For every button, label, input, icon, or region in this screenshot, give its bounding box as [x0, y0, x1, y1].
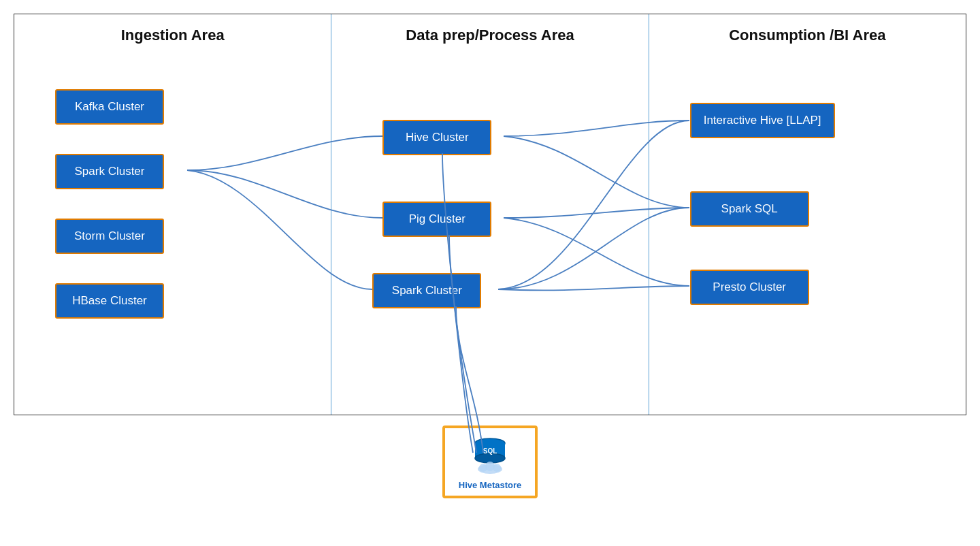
storm-cluster: Storm Cluster — [55, 219, 164, 254]
main-diagram: Ingestion Area Kafka Cluster Spark Clust… — [14, 14, 966, 415]
spark-cluster-dataprep: Spark Cluster — [372, 273, 481, 308]
ingestion-area: Ingestion Area Kafka Cluster Spark Clust… — [14, 14, 331, 415]
consumption-title: Consumption /BI Area — [649, 14, 966, 51]
hive-metastore-container: SQL Hive Metastore — [442, 425, 538, 498]
ingestion-title: Ingestion Area — [14, 14, 331, 51]
presto-cluster: Presto Cluster — [690, 270, 809, 305]
spark-sql-cluster: Spark SQL — [690, 191, 809, 227]
hbase-cluster: HBase Cluster — [55, 283, 164, 319]
hive-cluster: Hive Cluster — [382, 120, 491, 155]
consumption-area: Consumption /BI Area Interactive Hive [L… — [649, 14, 966, 415]
kafka-cluster: Kafka Cluster — [55, 89, 164, 125]
pig-cluster: Pig Cluster — [382, 202, 491, 237]
svg-point-2 — [475, 453, 505, 463]
dataprep-area: Data prep/Process Area Hive Cluster Pig … — [331, 14, 649, 415]
svg-point-7 — [493, 464, 501, 472]
interactive-hive-cluster: Interactive Hive [LLAP] — [690, 103, 835, 138]
hive-metastore-box: SQL Hive Metastore — [442, 425, 538, 498]
svg-text:SQL: SQL — [483, 447, 497, 455]
sql-database-icon: SQL — [468, 435, 512, 476]
spark-cluster-ingestion: Spark Cluster — [55, 154, 164, 189]
metastore-label: Hive Metastore — [459, 480, 521, 490]
dataprep-title: Data prep/Process Area — [331, 14, 648, 51]
